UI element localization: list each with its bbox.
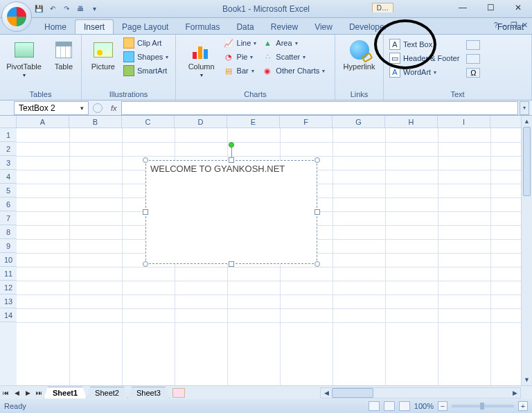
- tab-data[interactable]: Data: [228, 20, 262, 34]
- zoom-slider-knob[interactable]: [480, 403, 484, 410]
- rotate-handle[interactable]: [229, 142, 234, 148]
- textbox-button[interactable]: AText Box: [389, 39, 459, 50]
- resize-handle-s[interactable]: [229, 261, 234, 267]
- pie-chart-button[interactable]: ◔Pie▾: [223, 51, 257, 62]
- qat-undo-icon[interactable]: ↶: [47, 3, 58, 15]
- resize-handle-w[interactable]: [143, 209, 148, 215]
- signature-line-button[interactable]: [466, 40, 480, 50]
- help-button[interactable]: ?: [494, 21, 498, 30]
- sheet-nav-prev-icon[interactable]: ◀: [11, 387, 22, 398]
- wordart-button[interactable]: AWordArt▾: [389, 67, 459, 78]
- col-header[interactable]: C: [122, 116, 175, 128]
- symbol-button[interactable]: Ω: [466, 68, 480, 78]
- resize-handle-sw[interactable]: [143, 261, 148, 267]
- picture-button[interactable]: Picture: [89, 37, 118, 72]
- horizontal-scrollbar[interactable]: ◀ ▶: [320, 387, 521, 398]
- row-header[interactable]: 14: [0, 308, 17, 322]
- column-chart-button[interactable]: Column ▾: [186, 37, 218, 80]
- view-normal-button[interactable]: [369, 401, 380, 411]
- scroll-left-icon[interactable]: ◀: [321, 388, 332, 398]
- zoom-slider[interactable]: [452, 405, 514, 407]
- tab-developer[interactable]: Developer: [341, 20, 396, 34]
- textbox-shape-container[interactable]: WELCOME TO GYANKOSH.NET: [145, 160, 317, 264]
- row-header[interactable]: 9: [0, 239, 17, 253]
- resize-handle-n[interactable]: [229, 157, 234, 163]
- maximize-button[interactable]: ☐: [477, 0, 504, 15]
- tab-page-layout[interactable]: Page Layout: [114, 20, 177, 34]
- qat-save-icon[interactable]: 💾: [33, 3, 44, 15]
- fx-label[interactable]: fx: [111, 104, 117, 112]
- cancel-icon[interactable]: [93, 103, 103, 113]
- tab-view[interactable]: View: [306, 20, 341, 34]
- clipart-button[interactable]: Clip Art: [123, 37, 168, 49]
- col-header[interactable]: A: [17, 116, 69, 128]
- office-button[interactable]: [1, 1, 32, 32]
- tab-insert[interactable]: Insert: [75, 19, 114, 34]
- extra-tab[interactable]: D…: [372, 3, 393, 12]
- zoom-out-button[interactable]: −: [438, 401, 447, 411]
- row-header[interactable]: 1: [0, 128, 17, 142]
- col-header[interactable]: F: [280, 116, 332, 128]
- textbox-shape[interactable]: WELCOME TO GYANKOSH.NET: [145, 160, 317, 264]
- resize-handle-ne[interactable]: [314, 157, 320, 163]
- row-header[interactable]: 5: [0, 184, 17, 197]
- scroll-down-icon[interactable]: ▼: [522, 374, 532, 385]
- hscroll-thumb[interactable]: [332, 388, 373, 398]
- col-header[interactable]: G: [332, 116, 385, 128]
- formula-input[interactable]: [121, 101, 518, 115]
- tab-home[interactable]: Home: [36, 20, 75, 34]
- qat-more-icon[interactable]: ▾: [89, 3, 100, 15]
- scroll-up-icon[interactable]: ▲: [522, 116, 532, 127]
- col-header[interactable]: I: [438, 116, 490, 128]
- smartart-button[interactable]: SmartArt: [123, 65, 168, 76]
- cells-area[interactable]: WELCOME TO GYANKOSH.NET: [17, 128, 521, 385]
- view-page-break-button[interactable]: [399, 401, 410, 411]
- select-all-corner[interactable]: [0, 116, 17, 128]
- col-header[interactable]: E: [227, 116, 280, 128]
- zoom-level[interactable]: 100%: [414, 402, 434, 410]
- sheet-tab-3[interactable]: Sheet3: [127, 387, 170, 398]
- col-header[interactable]: H: [385, 116, 438, 128]
- doc-close-button[interactable]: ✕: [522, 21, 528, 30]
- chevron-down-icon[interactable]: ▾: [80, 105, 84, 112]
- resize-handle-e[interactable]: [314, 209, 320, 215]
- sheet-nav-first-icon[interactable]: ⏮: [0, 387, 11, 398]
- scroll-thumb[interactable]: [523, 127, 531, 196]
- row-header[interactable]: 2: [0, 142, 17, 156]
- qat-print-icon[interactable]: 🖶: [75, 3, 86, 15]
- hyperlink-button[interactable]: Hyperlink: [341, 37, 378, 72]
- scroll-right-icon[interactable]: ▶: [509, 388, 520, 398]
- tab-review[interactable]: Review: [263, 20, 306, 34]
- area-chart-button[interactable]: ▲Area▾: [262, 37, 325, 49]
- tab-formulas[interactable]: Formulas: [177, 20, 228, 34]
- row-header[interactable]: 7: [0, 211, 17, 225]
- vertical-scrollbar[interactable]: ▲ ▼: [521, 116, 532, 385]
- formula-bar-expand-button[interactable]: ▾: [520, 101, 529, 115]
- close-button[interactable]: ✕: [504, 0, 532, 15]
- sheet-tab-1[interactable]: Sheet1: [44, 387, 87, 398]
- row-header[interactable]: 13: [0, 295, 17, 308]
- pivottable-button[interactable]: PivotTable ▾: [3, 37, 44, 80]
- resize-handle-nw[interactable]: [143, 157, 148, 163]
- minimize-button[interactable]: —: [449, 0, 477, 15]
- row-header[interactable]: 11: [0, 267, 17, 281]
- row-header[interactable]: 10: [0, 253, 17, 267]
- ribbon-minimize-button[interactable]: –: [502, 21, 506, 30]
- row-header[interactable]: 12: [0, 281, 17, 295]
- bar-chart-button[interactable]: ▤Bar▾: [223, 65, 257, 76]
- scatter-chart-button[interactable]: ∴Scatter▾: [262, 51, 325, 62]
- table-button[interactable]: Table: [50, 37, 78, 72]
- row-header[interactable]: 4: [0, 170, 17, 184]
- sheet-nav-next-icon[interactable]: ▶: [22, 387, 33, 398]
- col-header[interactable]: D: [175, 116, 227, 128]
- row-header[interactable]: 6: [0, 197, 17, 211]
- doc-restore-button[interactable]: ❐: [511, 21, 517, 30]
- shapes-button[interactable]: Shapes▾: [123, 51, 168, 62]
- object-button[interactable]: [466, 54, 480, 64]
- qat-redo-icon[interactable]: ↷: [61, 3, 72, 15]
- other-charts-button[interactable]: ◉Other Charts▾: [262, 65, 325, 76]
- zoom-in-button[interactable]: +: [518, 401, 528, 411]
- name-box[interactable]: TextBox 2 ▾: [14, 101, 89, 115]
- header-footer-button[interactable]: ▭Header & Footer: [389, 53, 459, 64]
- view-page-layout-button[interactable]: [384, 401, 395, 411]
